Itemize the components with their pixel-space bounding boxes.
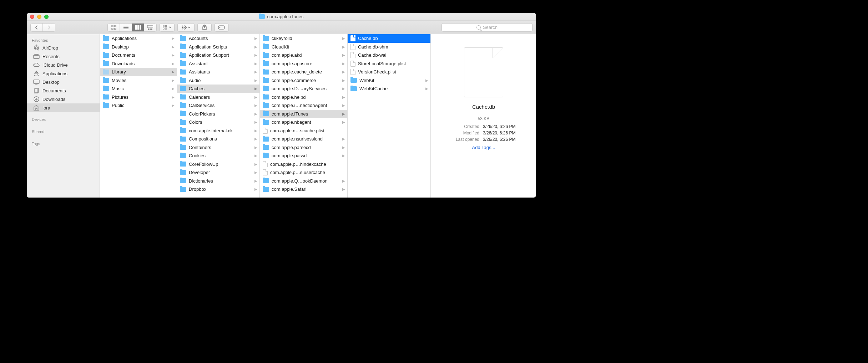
list-item[interactable]: Containers▶ <box>177 143 259 152</box>
item-name: Dictionaries <box>189 178 252 184</box>
list-item[interactable]: Desktop▶ <box>100 43 177 51</box>
list-item[interactable]: WebKitCache▶ <box>348 85 430 93</box>
list-item[interactable]: com.apple.internal.ck▶ <box>177 127 259 135</box>
tags-button[interactable] <box>215 23 229 32</box>
sidebar-item-downloads[interactable]: Downloads <box>27 95 100 103</box>
list-item[interactable]: Music▶ <box>100 85 177 93</box>
list-item[interactable]: Assistant▶ <box>177 60 259 68</box>
back-button[interactable] <box>31 24 43 31</box>
forward-button[interactable] <box>43 24 55 31</box>
icon-view-button[interactable] <box>108 24 120 31</box>
chevron-right-icon: ▶ <box>342 179 345 183</box>
list-item[interactable]: com.apple.akd▶ <box>260 51 347 60</box>
folder-icon <box>263 103 269 108</box>
chevron-right-icon: ▶ <box>342 120 345 124</box>
folder-icon <box>263 94 269 99</box>
list-item[interactable]: CloudKit▶ <box>260 43 347 51</box>
list-item[interactable]: Application Support▶ <box>177 51 259 60</box>
metadata-value: 3/26/20, 6:26 PM <box>483 137 515 142</box>
svg-rect-3 <box>115 28 116 30</box>
item-name: com.apple.n…scache.plist <box>270 128 345 133</box>
sidebar-item-icloud-drive[interactable]: iCloud Drive <box>27 61 100 69</box>
list-item[interactable]: com.apple.p…s.usercache <box>260 168 347 177</box>
column-2[interactable]: ckkeyrolld▶CloudKit▶com.apple.akd▶com.ap… <box>260 34 348 198</box>
column-1[interactable]: Accounts▶Application Scripts▶Application… <box>177 34 260 198</box>
svg-line-24 <box>182 26 183 26</box>
list-item[interactable]: Cache.db-wal <box>348 51 430 60</box>
list-item[interactable]: StoreLocalStorage.plist <box>348 60 430 68</box>
list-item[interactable]: com.apple.commerce▶ <box>260 76 347 85</box>
list-item[interactable]: com.apple.helpd▶ <box>260 93 347 102</box>
list-item[interactable]: VersionCheck.plist <box>348 68 430 76</box>
add-tags-button[interactable]: Add Tags... <box>472 145 495 150</box>
close-button[interactable] <box>30 15 34 19</box>
list-item[interactable]: com.apple.D…aryServices▶ <box>260 85 347 93</box>
list-view-button[interactable] <box>120 24 132 31</box>
sidebar-item-documents[interactable]: Documents <box>27 86 100 95</box>
list-item[interactable]: WebKit▶ <box>348 76 430 85</box>
sidebar-item-applications[interactable]: Applications <box>27 69 100 78</box>
svg-line-27 <box>185 26 186 26</box>
list-item[interactable]: Caches▶ <box>177 85 259 93</box>
minimize-button[interactable] <box>37 15 41 19</box>
zoom-button[interactable] <box>44 15 49 19</box>
list-item[interactable]: com.apple.p…hindexcache <box>260 160 347 169</box>
list-item[interactable]: com.apple.i…nectionAgent▶ <box>260 101 347 110</box>
list-item[interactable]: Dropbox▶ <box>177 185 259 194</box>
list-item[interactable]: Public▶ <box>100 101 177 110</box>
arrange-button[interactable] <box>160 24 174 31</box>
chevron-right-icon: ▶ <box>254 154 257 158</box>
list-item[interactable]: com.apple.iTunes▶ <box>260 110 347 118</box>
list-item[interactable]: com.apple.parsecd▶ <box>260 143 347 152</box>
list-item[interactable]: CoreFollowUp▶ <box>177 160 259 169</box>
list-item[interactable]: ColorPickers▶ <box>177 110 259 118</box>
list-item[interactable]: Downloads▶ <box>100 60 177 68</box>
list-item[interactable]: Assistants▶ <box>177 68 259 76</box>
list-item[interactable]: ckkeyrolld▶ <box>260 34 347 43</box>
list-item[interactable]: com.apple.cache_delete▶ <box>260 68 347 76</box>
sidebar-item-desktop[interactable]: Desktop <box>27 78 100 86</box>
gallery-view-button[interactable] <box>144 24 156 31</box>
list-item[interactable]: Developer▶ <box>177 168 259 177</box>
item-name: com.apple.helpd <box>272 94 340 100</box>
list-item[interactable]: Movies▶ <box>100 76 177 85</box>
svg-point-29 <box>219 27 221 28</box>
list-item[interactable]: CallServices▶ <box>177 101 259 110</box>
item-name: Compositions <box>189 136 252 142</box>
list-item[interactable]: Accounts▶ <box>177 34 259 43</box>
share-button[interactable] <box>197 23 212 32</box>
list-item[interactable]: Compositions▶ <box>177 135 259 143</box>
list-item[interactable]: Calendars▶ <box>177 93 259 102</box>
column-3[interactable]: Cache.dbCache.db-shmCache.db-walStoreLoc… <box>348 34 431 198</box>
list-item[interactable]: com.apple.n…scache.plist <box>260 127 347 135</box>
list-item[interactable]: Cache.db <box>348 34 430 43</box>
column-view-button[interactable] <box>132 24 144 31</box>
sidebar-item-recents[interactable]: Recents <box>27 52 100 61</box>
column-0[interactable]: Applications▶Desktop▶Documents▶Downloads… <box>100 34 177 198</box>
list-item[interactable]: Cache.db-shm <box>348 43 430 51</box>
sidebar-item-lora[interactable]: lora <box>27 103 100 112</box>
list-item[interactable]: com.apple.nsurlsessiond▶ <box>260 135 347 143</box>
item-name: Library <box>112 69 169 75</box>
list-item[interactable]: com.apple.Q…ookDaemon▶ <box>260 177 347 185</box>
svg-rect-7 <box>135 25 137 30</box>
list-item[interactable]: Application Scripts▶ <box>177 43 259 51</box>
list-item[interactable]: Library▶ <box>100 68 177 76</box>
list-item[interactable]: com.apple.passd▶ <box>260 152 347 160</box>
action-button[interactable] <box>177 23 195 32</box>
list-item[interactable]: Colors▶ <box>177 118 259 127</box>
list-item[interactable]: Audio▶ <box>177 76 259 85</box>
list-item[interactable]: Documents▶ <box>100 51 177 60</box>
list-item[interactable]: Pictures▶ <box>100 93 177 102</box>
svg-rect-11 <box>148 29 149 30</box>
search-input[interactable]: Search <box>441 23 533 32</box>
list-item[interactable]: com.apple.Safari▶ <box>260 185 347 194</box>
sidebar-favorites-label: Favorites <box>27 36 100 44</box>
list-item[interactable]: Cookies▶ <box>177 152 259 160</box>
sidebar: Favorites AirDropRecentsiCloud DriveAppl… <box>27 34 100 198</box>
list-item[interactable]: com.apple.appstore▶ <box>260 60 347 68</box>
list-item[interactable]: Applications▶ <box>100 34 177 43</box>
sidebar-item-airdrop[interactable]: AirDrop <box>27 44 100 52</box>
list-item[interactable]: com.apple.nbagent▶ <box>260 118 347 127</box>
list-item[interactable]: Dictionaries▶ <box>177 177 259 185</box>
